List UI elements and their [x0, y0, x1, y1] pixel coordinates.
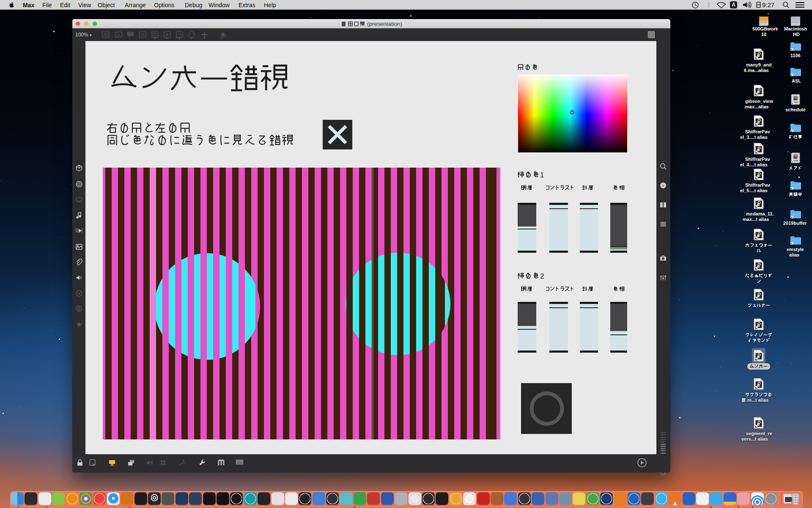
- svg-text:m: m: [118, 33, 120, 36]
- svg-text:i: i: [663, 183, 664, 188]
